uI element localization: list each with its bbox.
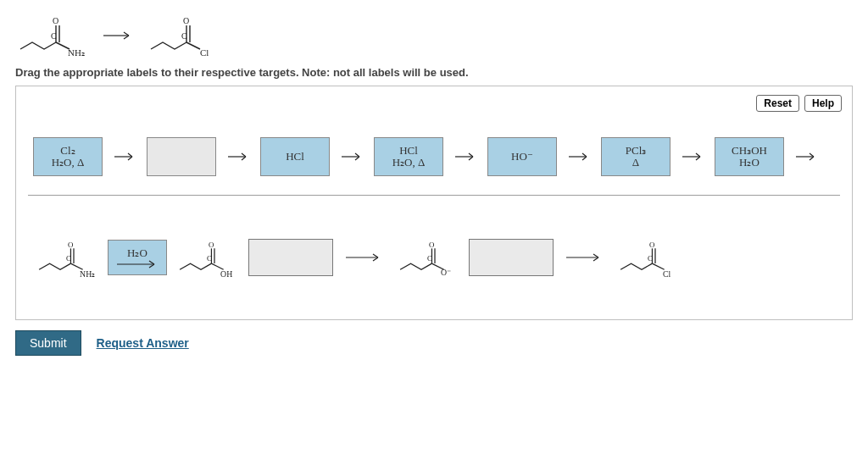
arrow-icon bbox=[340, 147, 364, 166]
molecule-acyl-chloride: O C Cl bbox=[615, 233, 682, 282]
svg-text:O: O bbox=[209, 241, 214, 249]
request-answer-link[interactable]: Request Answer bbox=[97, 336, 189, 350]
svg-line-43 bbox=[652, 263, 664, 269]
svg-text:C: C bbox=[648, 254, 653, 263]
arrow-icon bbox=[113, 147, 136, 166]
workspace-panel: Reset Help Cl₂ H₂O, Δ HCl HCl H₂O, Δ bbox=[15, 86, 853, 320]
svg-text:Cl: Cl bbox=[663, 269, 671, 279]
svg-text:O: O bbox=[53, 16, 58, 25]
molecule-carboxylate: O C O⁻ bbox=[394, 233, 462, 282]
label-line2: H₂O, Δ bbox=[392, 157, 426, 169]
submit-button[interactable]: Submit bbox=[15, 330, 81, 356]
drop-target-2[interactable] bbox=[469, 239, 554, 276]
label-ch3oh[interactable]: CH₃OH H₂O bbox=[715, 137, 784, 176]
svg-line-9 bbox=[186, 42, 200, 49]
svg-text:C: C bbox=[51, 31, 57, 41]
svg-text:C: C bbox=[427, 254, 432, 263]
svg-text:C: C bbox=[66, 254, 71, 263]
svg-text:C: C bbox=[181, 31, 187, 41]
reset-button[interactable]: Reset bbox=[756, 95, 799, 112]
label-line1: CH₃OH bbox=[732, 145, 767, 157]
help-button[interactable]: Help bbox=[804, 95, 842, 112]
svg-text:O: O bbox=[649, 241, 655, 249]
svg-text:O: O bbox=[68, 241, 74, 249]
placed-label-text: H₂O bbox=[127, 246, 147, 260]
instruction-text: Drag the appropriate labels to their res… bbox=[15, 66, 853, 79]
arrow-icon bbox=[560, 246, 608, 268]
svg-line-22 bbox=[70, 263, 82, 269]
reactant-amide-structure: O C NH₂ bbox=[15, 14, 90, 58]
svg-text:C: C bbox=[207, 254, 212, 263]
arrow-icon bbox=[794, 147, 818, 166]
label-line1: Cl₂ bbox=[60, 145, 75, 157]
label-pcl3[interactable]: PCl₃ Δ bbox=[601, 137, 670, 176]
arrow-icon bbox=[453, 147, 477, 166]
arrow-icon bbox=[681, 147, 704, 166]
svg-text:Cl: Cl bbox=[200, 47, 209, 58]
label-hcl-h2o[interactable]: HCl H₂O, Δ bbox=[374, 137, 443, 176]
arrow-icon bbox=[102, 30, 134, 42]
svg-text:O⁻: O⁻ bbox=[441, 268, 451, 277]
label-line2: H₂O, Δ bbox=[52, 157, 85, 169]
svg-text:NH₂: NH₂ bbox=[68, 47, 85, 58]
label-line1: HCl bbox=[286, 151, 304, 163]
molecule-amide: O C NH₂ bbox=[33, 233, 101, 282]
label-pool: Cl₂ H₂O, Δ HCl HCl H₂O, Δ HO⁻ PCl₃ Δ bbox=[28, 129, 840, 190]
product-acylchloride-structure: O C Cl bbox=[146, 14, 220, 58]
label-line2: H₂O bbox=[739, 157, 760, 169]
label-empty-slot[interactable] bbox=[147, 137, 216, 176]
svg-text:O: O bbox=[429, 241, 435, 249]
label-line1: HCl bbox=[399, 145, 418, 157]
svg-line-29 bbox=[211, 263, 223, 269]
label-line1: PCl₃ bbox=[626, 145, 647, 157]
header-reaction: O C NH₂ O C Cl bbox=[15, 14, 853, 58]
svg-text:OH: OH bbox=[220, 269, 232, 279]
arrow-icon bbox=[226, 147, 250, 166]
placed-label-h2o[interactable]: H₂O bbox=[108, 240, 167, 275]
label-hydroxide[interactable]: HO⁻ bbox=[487, 137, 557, 176]
molecule-carboxylic-acid: O C OH bbox=[174, 233, 242, 282]
label-line1: HO⁻ bbox=[511, 151, 533, 163]
target-row: O C NH₂ H₂O O C OH bbox=[28, 204, 840, 311]
svg-text:O: O bbox=[183, 16, 189, 25]
label-cl2-h2o[interactable]: Cl₂ H₂O, Δ bbox=[33, 137, 103, 176]
label-hcl[interactable]: HCl bbox=[260, 137, 330, 176]
arrow-icon bbox=[567, 147, 591, 166]
label-line2: Δ bbox=[632, 157, 639, 169]
drop-target-1[interactable] bbox=[248, 239, 333, 276]
separator bbox=[28, 195, 840, 196]
arrow-icon bbox=[340, 246, 387, 268]
svg-text:NH₂: NH₂ bbox=[80, 269, 95, 279]
